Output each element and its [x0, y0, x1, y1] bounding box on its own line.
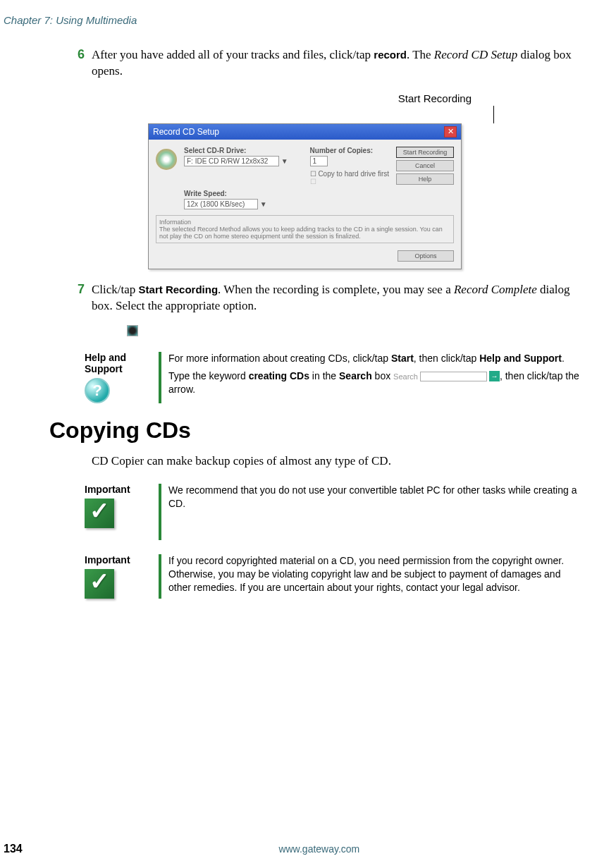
- callout-label: Start Recording: [92, 92, 472, 104]
- step6-text: After you have added all of your tracks …: [92, 48, 374, 61]
- help-l1-b2: Help and Support: [479, 353, 562, 364]
- step7-mid: . When the recording is complete, you ma…: [218, 283, 454, 296]
- drive-select[interactable]: F: IDE CD R/RW 12x8x32: [184, 156, 279, 166]
- important-text-1: We recommend that you do not use your co…: [168, 484, 581, 540]
- callout-line: [493, 106, 494, 123]
- page-number: 134: [4, 843, 23, 855]
- green-bar: [159, 484, 161, 540]
- important-label-2: Important: [85, 554, 159, 566]
- checkbox-disabled: ☐: [310, 178, 316, 185]
- step-number: 6: [78, 47, 85, 62]
- start-recording-button[interactable]: Start Recording: [396, 147, 454, 158]
- drive-label: Select CD-R Drive:: [184, 147, 296, 154]
- help-l2-mid: in the: [309, 370, 339, 381]
- help-l2-post1: box: [372, 370, 393, 381]
- search-input[interactable]: [420, 372, 487, 381]
- step6-mid: . The: [407, 48, 434, 61]
- important-block-2: Important If you record copyrighted mate…: [85, 554, 581, 599]
- help-button[interactable]: Help: [396, 173, 454, 185]
- chk1-label: Copy to hard drive first: [318, 170, 389, 178]
- help-l1-post: .: [562, 353, 565, 364]
- help-l1-pre: For more information about creating CDs,…: [168, 353, 391, 364]
- dialog-title-text: Record CD Setup: [153, 127, 219, 137]
- step6-italic: Record CD Setup: [434, 48, 517, 61]
- checkmark-icon: [85, 569, 114, 599]
- step7-pre: Click/tap: [92, 283, 139, 296]
- step-6: 6 After you have added all of your track…: [92, 47, 581, 80]
- page-footer: 134 www.gateway.com: [0, 843, 616, 855]
- important-text-2: If you record copyrighted material on a …: [168, 554, 581, 599]
- speed-select[interactable]: 12x (1800 KB/sec): [184, 199, 258, 209]
- step-number-7: 7: [78, 282, 85, 297]
- step7-bold: Start Recording: [139, 283, 218, 295]
- section-intro: CD Copier can make backup copies of almo…: [92, 454, 581, 468]
- section-heading: Copying CDs: [49, 417, 595, 444]
- help-l2-b2: Search: [339, 370, 372, 381]
- speed-label: Write Speed:: [184, 190, 389, 197]
- search-mockup: Search →: [393, 371, 500, 381]
- info-text: The selected Record Method allows you to…: [159, 226, 450, 240]
- green-bar: [159, 554, 161, 599]
- record-cd-dialog: Record CD Setup ✕ Select CD-R Drive: F: …: [148, 123, 462, 269]
- chapter-header: Chapter 7: Using Multimedia: [4, 14, 595, 26]
- important-label-1: Important: [85, 484, 159, 495]
- info-label: Information: [159, 219, 450, 226]
- help-l2-pre: Type the keyword: [168, 370, 249, 381]
- step-7: 7 Click/tap Start Recording. When the re…: [92, 282, 581, 314]
- help-l2-b1: creating CDs: [249, 370, 309, 381]
- question-icon: ?: [85, 378, 110, 403]
- options-button[interactable]: Options: [398, 250, 454, 262]
- help-l1-b1: Start: [391, 353, 414, 364]
- help-label: Help and Support: [85, 352, 159, 374]
- arrow-icon[interactable]: →: [489, 371, 500, 381]
- close-icon[interactable]: ✕: [444, 126, 457, 137]
- help-support-block: Help and Support ? For more information …: [85, 352, 581, 403]
- dialog-titlebar: Record CD Setup ✕: [149, 124, 461, 140]
- search-label: Search: [393, 372, 418, 382]
- copies-input[interactable]: 1: [310, 156, 328, 166]
- cancel-button[interactable]: Cancel: [396, 160, 454, 171]
- checkbox-copy-hd[interactable]: ☐: [310, 170, 316, 178]
- important-block-1: Important We recommend that you do not u…: [85, 484, 581, 540]
- step7-italic: Record Complete: [454, 283, 537, 296]
- help-l1-mid: , then click/tap: [414, 353, 479, 364]
- end-of-procedure-icon: [127, 325, 138, 336]
- cd-icon: [156, 149, 177, 170]
- step6-bold: record: [374, 49, 407, 61]
- green-bar: [159, 352, 161, 403]
- footer-url: www.gateway.com: [23, 843, 616, 855]
- copies-label: Number of Copies:: [310, 147, 389, 154]
- checkmark-icon: [85, 499, 114, 528]
